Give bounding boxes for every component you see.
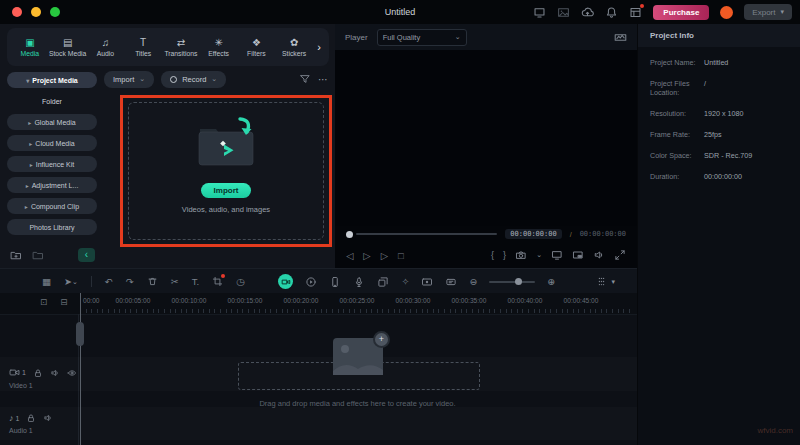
filter-funnel-icon[interactable] [299,73,311,85]
tab-audio[interactable]: ♫ Audio [87,38,125,57]
mark-out-button[interactable]: } [503,250,506,260]
add-media-plus-icon[interactable]: + [373,331,390,348]
purchase-button[interactable]: Purchase [653,5,709,20]
tab-stock-media[interactable]: ▤ Stock Media [49,38,87,57]
seek-handle[interactable] [346,231,353,238]
notifications-bell-icon[interactable] [605,6,618,19]
more-tabs-chevron-icon[interactable]: › [313,41,325,53]
speed-icon[interactable]: ◷ [236,276,244,287]
timeline-ruler[interactable]: ⊡ ⊟ 00:00 00:00:05:00 00:00:10:00 00:00:… [0,293,637,315]
lock-track-icon[interactable] [26,413,36,423]
ruler-label: 00:00:35:00 [452,297,487,304]
import-media-button[interactable]: Import [201,183,252,198]
mark-in-button[interactable]: { [491,250,494,260]
audio-track-lane[interactable] [0,407,637,440]
tab-transitions[interactable]: ⇄ Transitions [162,38,200,57]
import-caret-icon: ⌄ [139,76,145,82]
ruler-label: 00:00:45:00 [564,297,599,304]
track-manager-icon[interactable] [596,276,607,287]
playhead-grip[interactable] [76,322,84,346]
import-dropzone[interactable]: Import Videos, audio, and images [128,102,324,240]
sidebar-item-photos-library[interactable]: Photos Library [7,219,97,235]
media-preview-icon[interactable] [557,6,570,19]
undo-icon[interactable]: ↶ [105,276,113,287]
more-options-icon[interactable]: ⋯ [318,74,329,85]
audio-note-icon: ♪ [9,413,14,423]
render-preview-toggle[interactable] [278,274,293,289]
marker-icon[interactable] [445,276,457,288]
split-scissors-icon[interactable]: ✂ [171,276,179,287]
video-preview-area[interactable] [335,50,637,226]
effects-icon: ✳ [214,38,222,48]
preview-quality-icon[interactable] [305,276,317,288]
phone-mirror-icon[interactable] [329,276,341,288]
info-row-frame-rate: Frame Rate: 25fps [650,130,789,139]
sidebar-item-folder[interactable]: Folder [7,93,97,109]
fullscreen-icon[interactable] [614,249,626,261]
snap-tool-icon[interactable]: ⊡ [40,297,47,307]
play-button[interactable]: ▷ [363,250,370,261]
stop-button[interactable]: □ [398,250,404,261]
add-text-icon[interactable]: T. [192,276,199,287]
track-layout-icon[interactable]: ▦ [42,276,51,287]
tab-titles[interactable]: T Titles [124,38,162,57]
pip-view-icon[interactable] [572,249,584,261]
media-content: Import ⌄ Record ⌄ ⋯ [104,70,329,268]
playhead[interactable] [80,293,81,445]
transitions-icon: ⇄ [177,38,185,48]
record-dropdown-button[interactable]: Record ⌄ [161,71,226,88]
new-folder-icon[interactable] [10,249,22,261]
sidebar-item-adjustment-layer[interactable]: ▸ Adjustment L... [7,177,97,193]
media-icon: ▣ [25,38,34,48]
track-manager-caret-icon[interactable]: ▾ [611,279,615,285]
delete-folder-icon[interactable] [32,249,44,261]
keyframe-icon[interactable]: ✧ [401,276,409,287]
collapse-sidebar-button[interactable]: ‹ [78,248,95,262]
mute-track-icon[interactable] [50,368,60,378]
account-avatar[interactable] [720,6,733,19]
seek-track[interactable] [356,233,497,235]
step-forward-button[interactable]: ▷ [381,250,388,261]
step-back-button[interactable]: ◁ [346,250,353,261]
export-button[interactable]: Export ▾ [744,4,792,20]
sidebar-item-influence-kit[interactable]: ▸ Influence Kit [7,156,97,172]
lock-track-icon[interactable] [33,368,43,378]
mute-track-icon[interactable] [43,413,53,423]
media-placeholder-thumbnail[interactable]: + [333,338,383,375]
tab-filters[interactable]: ❖ Filters [238,38,276,57]
whats-new-icon[interactable] [629,6,642,19]
timeline-zoom-slider[interactable] [489,281,535,283]
sidebar-item-global-media[interactable]: ▸ Global Media [7,114,97,130]
timeline: ⊡ ⊟ 00:00 00:00:05:00 00:00:10:00 00:00:… [0,293,637,445]
display-mode-icon[interactable] [533,6,546,19]
tab-stickers[interactable]: ✿ Stickers [275,38,313,57]
delete-trash-icon[interactable] [147,276,158,287]
speaker-icon[interactable] [593,249,605,261]
link-tool-icon[interactable]: ⊟ [60,297,67,307]
crop-icon[interactable] [212,276,223,287]
voiceover-mic-icon[interactable] [353,276,365,288]
zoom-in-icon[interactable]: ⊕ [547,276,555,287]
sidebar-item-compound-clip[interactable]: ▸ Compound Clip [7,198,97,214]
zoom-out-icon[interactable]: ⊖ [469,276,477,287]
mixer-layers-icon[interactable] [377,276,389,288]
snapshot-caret-icon[interactable]: ⌄ [536,252,542,258]
snapshot-camera-icon[interactable] [515,249,527,261]
ruler-ticks [80,309,631,313]
select-cursor-icon[interactable]: ➤ ⌄ [64,276,78,287]
zoom-slider-handle[interactable] [515,278,522,285]
screen-record-icon[interactable] [421,276,433,288]
second-screen-icon[interactable] [551,249,563,261]
redo-icon[interactable]: ↷ [126,276,134,287]
tab-media[interactable]: ▣ Media [11,38,49,57]
import-dropdown-button[interactable]: Import ⌄ [104,71,154,88]
filmora-app-window: Untitled Purchase Export ▾ [0,0,800,445]
sidebar-item-project-media[interactable]: ▾ Project Media [7,72,97,88]
sidebar-item-cloud-media[interactable]: ▸ Cloud Media [7,135,97,151]
tab-effects[interactable]: ✳ Effects [200,38,238,57]
hide-track-eye-icon[interactable] [67,368,77,378]
video-scope-icon[interactable] [614,31,627,44]
quality-select[interactable]: Full Quality ⌄ [377,29,467,46]
cloud-upload-icon[interactable] [581,6,594,19]
audio-track-header: ♪ 1 Audio 1 [0,413,78,434]
